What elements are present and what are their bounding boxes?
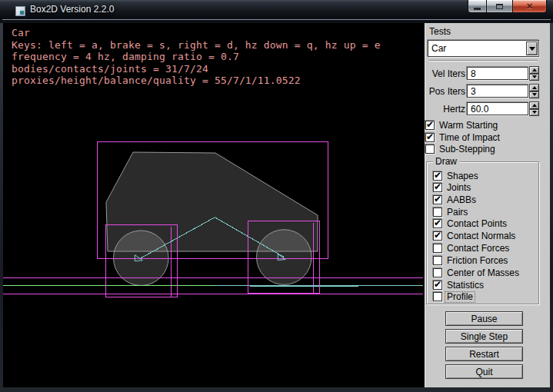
spinner-label: Hertz: [425, 104, 465, 115]
checkbox-row: Profile: [425, 292, 550, 302]
checkbox-unchecked[interactable]: [433, 256, 442, 265]
checkbox-row: ✔Contact Points: [425, 219, 550, 229]
checkbox-row: ✔Time of Impact: [425, 133, 550, 143]
tests-dropdown-value: Car: [428, 43, 526, 54]
checkbox-checked[interactable]: ✔: [433, 219, 442, 228]
check-icon: ✔: [434, 218, 441, 228]
tests-dropdown-button[interactable]: [526, 42, 538, 55]
checkbox-unchecked[interactable]: [433, 292, 442, 301]
checkbox-label[interactable]: Sub-Stepping: [439, 145, 495, 154]
checkbox-label[interactable]: Contact Normals: [447, 231, 515, 241]
check-icon: ✔: [426, 131, 434, 142]
spinner-down-button[interactable]: [529, 74, 539, 81]
checkbox-label[interactable]: Profile: [445, 291, 475, 303]
spinner-input[interactable]: 8: [467, 67, 528, 80]
spinner-up-button[interactable]: [529, 84, 539, 91]
close-button[interactable]: ✕: [512, 0, 547, 13]
checkbox-unchecked[interactable]: [425, 145, 435, 154]
tests-dropdown[interactable]: Car: [428, 40, 539, 57]
check-icon: ✔: [434, 194, 441, 204]
window-controls: ✕: [468, 0, 547, 13]
debug-text: Car Keys: left = a, brake = s, right = d…: [12, 27, 381, 87]
checkbox-row: Friction Forces: [425, 256, 550, 266]
checkbox-row: ✔Shapes: [425, 171, 550, 181]
maximize-button[interactable]: [487, 0, 512, 13]
pause-button[interactable]: Pause: [445, 311, 523, 326]
arrow-down-icon: [532, 75, 537, 78]
arrow-up-icon: [532, 104, 537, 107]
restart-button[interactable]: Restart: [445, 347, 523, 361]
simulation-canvas[interactable]: Car Keys: left = a, brake = s, right = d…: [3, 23, 423, 387]
checkbox-row: Contact Forces: [425, 244, 550, 254]
checkbox-label[interactable]: Joints: [447, 183, 471, 193]
control-panel: Tests Car Vel Iters8Pos Iters3Hertz60.0 …: [425, 23, 550, 387]
checkbox-checked[interactable]: ✔: [433, 231, 442, 241]
checkbox-row: Sub-Stepping: [425, 145, 550, 154]
spinner-down-button[interactable]: [529, 109, 539, 117]
checkbox-label[interactable]: Time of Impact: [439, 133, 500, 143]
checkbox-label[interactable]: AABBs: [447, 195, 476, 205]
app-icon: [15, 6, 25, 16]
checkbox-checked[interactable]: ✔: [433, 281, 442, 290]
window-title: Box2D Version 2.2.0: [30, 0, 114, 20]
checkbox-checked[interactable]: ✔: [433, 183, 442, 192]
checkbox-row: Pairs: [425, 208, 550, 218]
checkbox-label[interactable]: Pairs: [447, 208, 468, 218]
spinner-up-button[interactable]: [529, 66, 539, 74]
spinner-input[interactable]: 60.0: [467, 102, 528, 115]
check-icon: ✔: [434, 230, 441, 241]
minimize-icon: [474, 8, 481, 10]
arrow-down-icon: [532, 93, 537, 96]
client-area: Car Keys: left = a, brake = s, right = d…: [3, 23, 550, 387]
close-icon: ✕: [526, 2, 533, 12]
spinner-buttons: [529, 66, 539, 81]
check-icon: ✔: [434, 170, 441, 181]
checkbox-checked[interactable]: ✔: [425, 121, 435, 130]
spinner-row: Pos Iters3: [425, 85, 550, 98]
check-icon: ✔: [426, 119, 434, 130]
checkbox-row: ✔Statistics: [425, 281, 550, 291]
single-step-button[interactable]: Single Step: [445, 329, 523, 344]
checkbox-row: ✔Contact Normals: [425, 231, 550, 241]
spinner-buttons: [529, 101, 539, 116]
checkbox-row: ✔Warm Starting: [425, 121, 550, 131]
spinner-buttons: [529, 84, 539, 98]
checkbox-label[interactable]: Warm Starting: [439, 121, 498, 131]
maximize-icon: [496, 4, 503, 9]
separator: [429, 60, 538, 61]
checkbox-label[interactable]: Contact Points: [447, 219, 507, 229]
arrow-up-icon: [532, 86, 537, 89]
checkbox-label[interactable]: Contact Forces: [447, 244, 509, 254]
checkbox-checked[interactable]: ✔: [425, 133, 435, 142]
arrow-down-icon: [532, 111, 537, 114]
checkbox-unchecked[interactable]: [433, 268, 442, 277]
check-icon: ✔: [434, 181, 441, 192]
tests-label: Tests: [429, 26, 451, 37]
spinner-input[interactable]: 3: [467, 85, 528, 98]
checkbox-row: ✔Joints: [425, 183, 550, 193]
checkbox-unchecked[interactable]: [433, 208, 442, 217]
arrow-up-icon: [532, 68, 537, 71]
checkbox-unchecked[interactable]: [433, 244, 442, 253]
checkbox-label[interactable]: Shapes: [447, 171, 478, 181]
spinner-down-button[interactable]: [529, 91, 539, 99]
spinner-up-button[interactable]: [529, 101, 539, 109]
spinner-row: Hertz60.0: [425, 102, 550, 116]
checkbox-label[interactable]: Center of Masses: [447, 268, 519, 278]
minimize-button[interactable]: [468, 0, 487, 13]
chevron-down-icon: [529, 47, 535, 51]
spinner-label: Vel Iters: [425, 68, 465, 79]
draw-group-label: Draw: [433, 156, 459, 167]
app-window: Box2D Version 2.2.0 ✕ Car Keys: left = a…: [0, 0, 553, 392]
quit-button[interactable]: Quit: [445, 364, 523, 379]
check-icon: ✔: [434, 279, 441, 290]
checkbox-row: Center of Masses: [425, 268, 550, 278]
spinner-row: Vel Iters8: [425, 67, 550, 81]
checkbox-checked[interactable]: ✔: [433, 171, 442, 181]
title-bar[interactable]: Box2D Version 2.2.0 ✕: [0, 0, 553, 23]
spinner-label: Pos Iters: [425, 86, 465, 97]
checkbox-label[interactable]: Friction Forces: [447, 256, 508, 266]
checkbox-row: ✔AABBs: [425, 195, 550, 205]
checkbox-label[interactable]: Statistics: [447, 281, 484, 291]
checkbox-checked[interactable]: ✔: [433, 195, 442, 204]
